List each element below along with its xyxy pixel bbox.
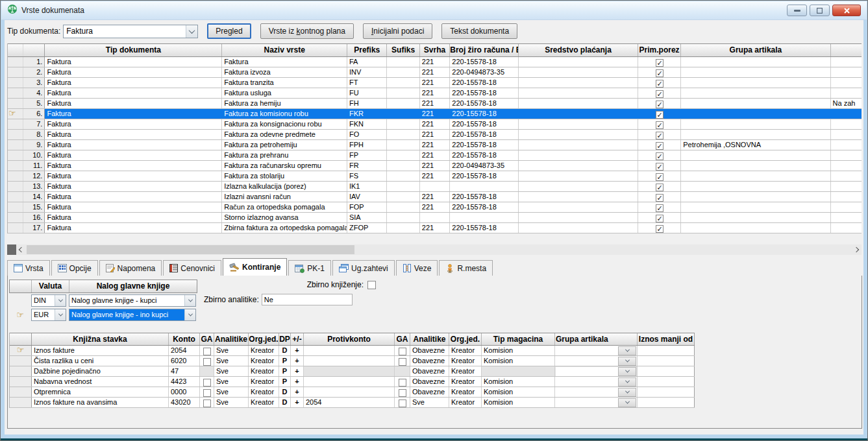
cell-sufiks[interactable] bbox=[387, 202, 419, 212]
cell-protivkonto[interactable] bbox=[304, 366, 395, 376]
cell-prefiks[interactable]: FKR bbox=[347, 109, 387, 119]
cell-prefiks[interactable]: FA bbox=[347, 57, 387, 67]
cell-broj-ziro-racuna[interactable]: 220-15578-18 bbox=[450, 171, 519, 181]
cell-prefiks[interactable]: ZFOP bbox=[347, 223, 387, 233]
cell-tip-dokumenta[interactable]: Faktura bbox=[45, 150, 222, 160]
cell-naziv-vrste[interactable]: Faktura za računarsku opremu bbox=[222, 161, 347, 171]
cell-prefiks[interactable]: INV bbox=[347, 67, 387, 77]
tip-dokumenta-combobox[interactable]: Faktura bbox=[63, 25, 198, 38]
vrste-iz-kontnog-plana-button[interactable]: Vrste iz kontnog plana bbox=[260, 23, 354, 39]
cell-svrha[interactable]: 221 bbox=[420, 78, 451, 88]
cell-analitike[interactable]: Obavezne bbox=[410, 356, 449, 366]
nalog-combobox[interactable]: Nalog glavne knjige - ino kupci bbox=[69, 309, 196, 321]
prim-porez-checkbox[interactable] bbox=[656, 163, 663, 171]
cell-naziv-vrste[interactable]: Zbirna faktura za ortopedska pomagala bbox=[222, 223, 347, 233]
cell-tip-dokumenta[interactable]: Faktura bbox=[45, 88, 222, 98]
prim-porez-checkbox[interactable] bbox=[656, 111, 663, 119]
cell-org-jed[interactable]: Kreator bbox=[249, 377, 279, 387]
cell-grupa-artikala[interactable] bbox=[681, 182, 830, 191]
prim-porez-checkbox[interactable] bbox=[656, 152, 663, 160]
cell-sredstvo-placanja[interactable] bbox=[519, 161, 638, 171]
valuta-row[interactable]: ☞ EUR Nalog glavne knjige - ino kupci bbox=[9, 307, 197, 322]
cell-tip-dokumenta[interactable]: Faktura bbox=[45, 109, 222, 119]
cell-naziv-vrste[interactable]: Faktura za konsignacionu robu bbox=[222, 119, 347, 129]
scroll-left-button[interactable] bbox=[16, 244, 27, 255]
table-row[interactable]: ☞ 2. Faktura Faktura izvoza INV 221 220-… bbox=[8, 67, 862, 78]
prim-porez-checkbox[interactable] bbox=[656, 59, 663, 67]
cell-svrha[interactable] bbox=[420, 182, 451, 191]
ga-checkbox[interactable] bbox=[203, 389, 211, 397]
cell-protivkonto[interactable] bbox=[304, 377, 395, 387]
cell-org-jed[interactable]: Kreator bbox=[249, 346, 279, 355]
cell-konto[interactable]: 4423 bbox=[169, 377, 200, 387]
cell-svrha[interactable] bbox=[420, 213, 451, 222]
cell-dp[interactable]: P bbox=[279, 366, 291, 376]
table-row[interactable]: ☞ 9. Faktura Faktura za petrohemiju FPH … bbox=[8, 140, 862, 150]
cell-sufiks[interactable] bbox=[387, 223, 419, 233]
cell-iznos-manji-od[interactable] bbox=[638, 366, 695, 376]
chevron-down-icon[interactable] bbox=[55, 309, 66, 320]
cell-protivkonto[interactable] bbox=[304, 346, 395, 355]
cell-tip-magacina[interactable]: Komision bbox=[482, 377, 555, 387]
tab-veze[interactable]: Veze bbox=[396, 260, 438, 276]
cell-plus-minus[interactable]: + bbox=[291, 377, 304, 387]
cell-tip-dokumenta[interactable]: Faktura bbox=[45, 99, 222, 108]
cell-konto[interactable]: 2054 bbox=[169, 346, 200, 355]
stavka-row[interactable]: ☞ Čista razlika u ceni 6020 Sve Kreator … bbox=[10, 356, 695, 366]
cell-analitike[interactable]: Sve bbox=[410, 398, 449, 407]
scroll-right-button[interactable] bbox=[851, 244, 862, 255]
cell-tip-magacina[interactable]: Komision bbox=[482, 398, 555, 407]
cell-protivkonto[interactable] bbox=[304, 356, 395, 366]
cell-prefiks[interactable]: FOP bbox=[347, 202, 387, 212]
cell-analitike[interactable]: Obavezne bbox=[410, 346, 449, 355]
cell-broj-ziro-racuna[interactable]: 220-15578-18 bbox=[450, 223, 519, 233]
cell-tip-dokumenta[interactable]: Faktura bbox=[45, 67, 222, 77]
cell-org-jed[interactable]: Kreator bbox=[449, 366, 482, 376]
table-row[interactable]: ☞ 3. Faktura Faktura tranzita FT 221 220… bbox=[8, 78, 862, 88]
cell-org-jed[interactable]: Kreator bbox=[449, 387, 482, 397]
chevron-down-icon[interactable] bbox=[618, 367, 636, 376]
cell-org-jed[interactable]: Kreator bbox=[249, 387, 279, 397]
prim-porez-checkbox[interactable] bbox=[656, 132, 663, 139]
cell-dp[interactable]: D bbox=[279, 387, 291, 397]
cell-knjizna-stavka[interactable]: Dažbine pojedinačno bbox=[32, 366, 169, 376]
cell-grupa-artikala[interactable] bbox=[681, 223, 830, 233]
cell-org-jed[interactable]: Kreator bbox=[449, 356, 482, 366]
stavka-row[interactable]: ☞ Nabavna vrednost 4423 Sve Kreator P + … bbox=[10, 377, 695, 387]
cell-tip-magacina[interactable]: Komision bbox=[482, 356, 555, 366]
cell-sufiks[interactable] bbox=[387, 213, 419, 222]
cell-sredstvo-placanja[interactable] bbox=[519, 78, 638, 88]
chevron-down-icon[interactable] bbox=[186, 25, 197, 38]
cell-iznos-manji-od[interactable] bbox=[638, 377, 695, 387]
cell-sufiks[interactable] bbox=[387, 109, 419, 119]
cell-naziv-vrste[interactable]: Faktura za hemiju bbox=[222, 99, 347, 108]
cell-extra[interactable] bbox=[831, 67, 862, 77]
prim-porez-checkbox[interactable] bbox=[656, 142, 663, 150]
cell-svrha[interactable]: 221 bbox=[420, 161, 451, 171]
prim-porez-checkbox[interactable] bbox=[656, 80, 663, 88]
cell-tip-dokumenta[interactable]: Faktura bbox=[45, 213, 222, 222]
cell-sredstvo-placanja[interactable] bbox=[519, 67, 638, 77]
cell-svrha[interactable]: 221 bbox=[420, 202, 451, 212]
cell-sredstvo-placanja[interactable] bbox=[519, 150, 638, 160]
cell-extra[interactable] bbox=[831, 109, 862, 119]
cell-sredstvo-placanja[interactable] bbox=[519, 88, 638, 98]
cell-naziv-vrste[interactable]: Faktura za petrohemiju bbox=[222, 140, 347, 150]
cell-konto[interactable]: 43020 bbox=[169, 398, 200, 407]
horizontal-scrollbar[interactable] bbox=[7, 244, 862, 255]
title-bar[interactable]: Vrste dokumenata bbox=[1, 1, 867, 20]
cell-svrha[interactable]: 221 bbox=[420, 88, 451, 98]
cell-plus-minus[interactable]: + bbox=[291, 356, 304, 366]
grupa-artikala-combobox[interactable] bbox=[556, 377, 636, 387]
cell-analitike[interactable]: Obavezne bbox=[410, 377, 449, 387]
cell-knjizna-stavka[interactable]: Nabavna vrednost bbox=[32, 377, 169, 387]
ga-checkbox[interactable] bbox=[203, 348, 211, 355]
cell-broj-ziro-racuna[interactable]: 220-15578-18 bbox=[450, 88, 519, 98]
cell-prefiks[interactable]: FT bbox=[347, 78, 387, 88]
cell-svrha[interactable]: 221 bbox=[420, 223, 451, 233]
grupa-artikala-combobox[interactable] bbox=[556, 367, 636, 376]
cell-sufiks[interactable] bbox=[387, 67, 419, 77]
cell-analitike[interactable]: Sve bbox=[214, 366, 249, 376]
prim-porez-checkbox[interactable] bbox=[656, 121, 663, 129]
cell-plus-minus[interactable]: + bbox=[291, 366, 304, 376]
